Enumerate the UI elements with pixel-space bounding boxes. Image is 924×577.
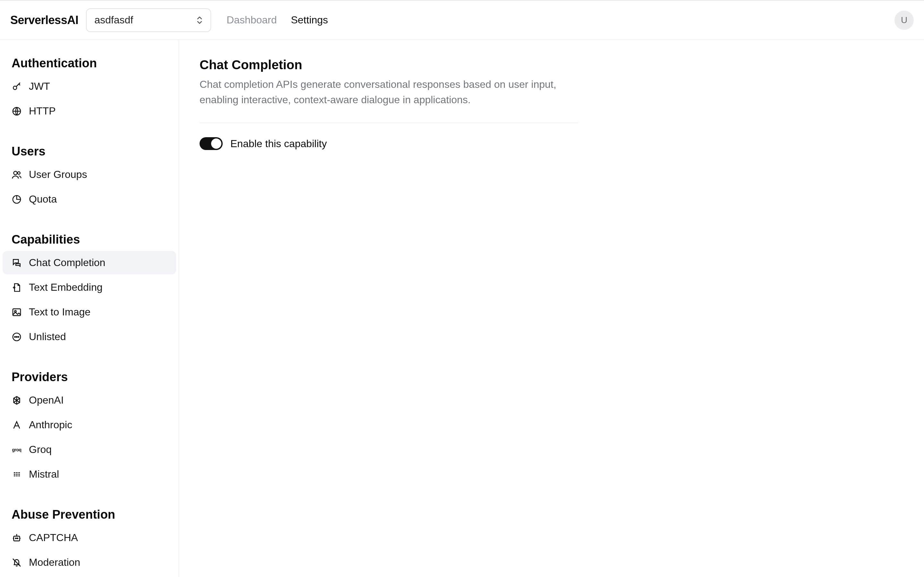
- svg-point-9: [18, 336, 19, 337]
- pie-chart-icon: [11, 194, 22, 205]
- more-circle-icon: [11, 332, 22, 342]
- sidebar-item-label: JWT: [29, 81, 50, 92]
- sidebar-item-anthropic[interactable]: Anthropic: [3, 413, 176, 437]
- sidebar-item-label: Groq: [29, 444, 52, 456]
- sidebar-item-label: OpenAI: [29, 394, 64, 406]
- globe-icon: [11, 106, 22, 116]
- sidebar-item-label: Text to Image: [29, 306, 90, 318]
- anthropic-icon: [11, 420, 22, 430]
- enable-capability-row: Enable this capability: [200, 137, 578, 150]
- sidebar-item-chat-completion[interactable]: Chat Completion: [3, 251, 176, 274]
- section-title-capabilities: Capabilities: [3, 227, 176, 250]
- page-description: Chat completion APIs generate conversati…: [200, 77, 578, 107]
- project-selector[interactable]: asdfasdf: [86, 8, 211, 32]
- section-title-abuse: Abuse Prevention: [3, 503, 176, 525]
- svg-point-11: [15, 538, 16, 539]
- section-title-users: Users: [3, 139, 176, 161]
- users-icon: [11, 169, 22, 180]
- svg-point-3: [18, 171, 20, 174]
- sidebar-item-captcha[interactable]: CAPTCHA: [3, 526, 176, 550]
- groq-icon: groq: [11, 445, 22, 455]
- section-title-providers: Providers: [3, 365, 176, 387]
- sidebar-item-label: Moderation: [29, 556, 80, 568]
- brand-logo: ServerlessAI: [10, 13, 78, 27]
- divider: [200, 123, 578, 123]
- sidebar-item-label: User Groups: [29, 169, 87, 181]
- sidebar-item-label: Chat Completion: [29, 257, 105, 269]
- svg-rect-10: [14, 536, 20, 541]
- sidebar-item-label: CAPTCHA: [29, 532, 78, 544]
- sidebar-item-unlisted[interactable]: Unlisted: [3, 325, 176, 348]
- sidebar-item-label: Anthropic: [29, 419, 72, 431]
- project-selector-value: asdfasdf: [94, 14, 133, 26]
- page-title: Chat Completion: [200, 58, 578, 72]
- avatar[interactable]: U: [895, 11, 914, 30]
- sidebar-item-label: Unlisted: [29, 331, 66, 343]
- svg-point-2: [14, 171, 17, 175]
- nav-dashboard[interactable]: Dashboard: [226, 14, 277, 26]
- svg-point-12: [17, 538, 18, 539]
- sidebar-item-quota[interactable]: Quota: [3, 187, 176, 211]
- robot-icon: [11, 533, 22, 543]
- sidebar-item-label: Text Embedding: [29, 282, 102, 293]
- sidebar-item-label: Quota: [29, 193, 57, 205]
- bell-off-icon: [11, 558, 22, 568]
- sidebar-item-text-to-image[interactable]: Text to Image: [3, 300, 176, 324]
- sidebar-item-text-embedding[interactable]: Text Embedding: [3, 276, 176, 299]
- key-icon: [11, 81, 22, 92]
- main-content: Chat Completion Chat completion APIs gen…: [179, 40, 924, 577]
- section-title-authentication: Authentication: [3, 51, 176, 73]
- sidebar-item-jwt[interactable]: JWT: [3, 75, 176, 98]
- sidebar-item-moderation[interactable]: Moderation: [3, 551, 176, 574]
- topbar: ServerlessAI asdfasdf Dashboard Settings…: [0, 0, 924, 40]
- image-icon: [11, 307, 22, 318]
- enable-capability-label: Enable this capability: [230, 138, 327, 150]
- sidebar: Authentication JWT HTTP Users User Group: [0, 40, 179, 577]
- chevron-up-down-icon: [196, 16, 203, 25]
- svg-point-0: [13, 86, 17, 89]
- chat-icon: [11, 258, 22, 268]
- sidebar-item-openai[interactable]: OpenAI: [3, 388, 176, 412]
- sidebar-item-label: Mistral: [29, 468, 59, 480]
- nav-settings[interactable]: Settings: [291, 14, 328, 26]
- avatar-initial: U: [901, 15, 907, 25]
- sidebar-item-user-groups[interactable]: User Groups: [3, 163, 176, 186]
- enable-capability-toggle[interactable]: [200, 137, 223, 150]
- file-plus-icon: [11, 282, 22, 293]
- svg-point-8: [16, 336, 17, 337]
- sidebar-item-mistral[interactable]: Mistral: [3, 463, 176, 486]
- toggle-knob: [211, 139, 221, 149]
- sidebar-item-http[interactable]: HTTP: [3, 99, 176, 123]
- sidebar-item-label: HTTP: [29, 105, 56, 117]
- sidebar-item-groq[interactable]: groq Groq: [3, 438, 176, 461]
- svg-rect-4: [13, 309, 21, 316]
- svg-point-7: [15, 336, 15, 337]
- top-nav: Dashboard Settings: [226, 14, 328, 26]
- openai-icon: [11, 395, 22, 406]
- mistral-icon: [11, 469, 22, 480]
